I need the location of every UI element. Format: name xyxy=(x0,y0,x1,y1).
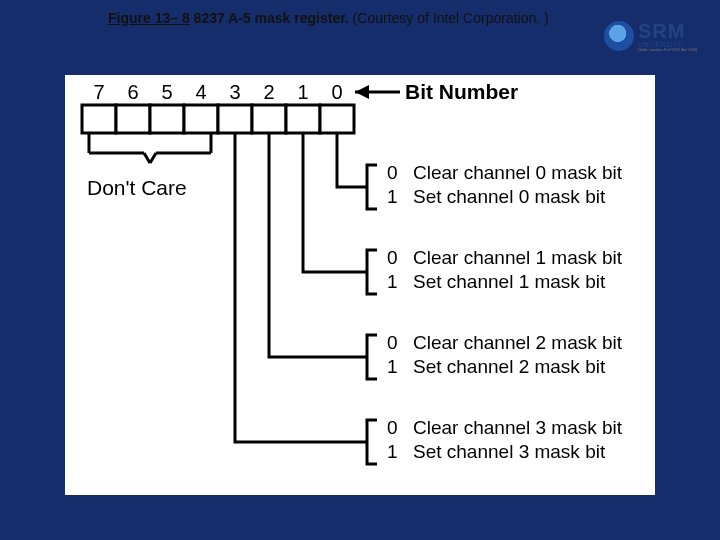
figure-attribution: (Courtesy of Intel Corporation. ) xyxy=(349,10,549,26)
svg-rect-2 xyxy=(82,105,116,133)
group-0-row-1-val: 1 xyxy=(387,186,398,207)
svg-rect-4 xyxy=(150,105,184,133)
group-2-row-0-val: 0 xyxy=(387,332,398,353)
figure-label: Figure 13– 8 xyxy=(108,10,190,26)
register-cells xyxy=(82,105,354,133)
bit-numbers-row: 7 6 5 4 3 2 1 0 xyxy=(93,81,342,103)
group-2-row-1-text: Set channel 2 mask bit xyxy=(413,356,606,377)
group-0: 0 Clear channel 0 mask bit 1 Set channel… xyxy=(387,162,623,207)
svg-line-15 xyxy=(150,153,156,163)
logo-main-text: SRM xyxy=(638,21,697,41)
svg-rect-5 xyxy=(184,105,218,133)
group-1-row-1-val: 1 xyxy=(387,271,398,292)
group-0-row-1-text: Set channel 0 mask bit xyxy=(413,186,606,207)
bit-number-2: 2 xyxy=(263,81,274,103)
bit-number-pointer: Bit Number xyxy=(355,80,518,103)
group-1-row-0-text: Clear channel 1 mask bit xyxy=(413,247,623,268)
figure-title: 8237 A-5 mask register. xyxy=(190,10,349,26)
svg-line-14 xyxy=(144,153,150,163)
group-1-row-1-text: Set channel 1 mask bit xyxy=(413,271,606,292)
bit-number-label: Bit Number xyxy=(405,80,518,103)
dont-care-label: Don't Care xyxy=(87,176,187,199)
group-3-row-0-text: Clear channel 3 mask bit xyxy=(413,417,623,438)
bit-number-7: 7 xyxy=(93,81,104,103)
svg-rect-7 xyxy=(252,105,286,133)
group-3-row-0-val: 0 xyxy=(387,417,398,438)
group-1-row-0-val: 0 xyxy=(387,247,398,268)
group-2-row-1-val: 1 xyxy=(387,356,398,377)
svg-rect-9 xyxy=(320,105,354,133)
dont-care-brace xyxy=(89,133,211,163)
logo-micro-text: Under section 3 of UGC Act 1956 xyxy=(638,48,697,52)
group-3-row-1-text: Set channel 3 mask bit xyxy=(413,441,606,462)
bit-number-5: 5 xyxy=(161,81,172,103)
bit-number-1: 1 xyxy=(297,81,308,103)
group-brackets xyxy=(367,165,377,464)
group-0-row-0-val: 0 xyxy=(387,162,398,183)
svg-marker-1 xyxy=(355,85,369,99)
bit-number-3: 3 xyxy=(229,81,240,103)
group-3: 0 Clear channel 3 mask bit 1 Set channel… xyxy=(387,417,623,462)
bit-number-4: 4 xyxy=(195,81,206,103)
group-1: 0 Clear channel 1 mask bit 1 Set channel… xyxy=(387,247,623,292)
bit-number-0: 0 xyxy=(331,81,342,103)
group-2-row-0-text: Clear channel 2 mask bit xyxy=(413,332,623,353)
register-diagram: 7 6 5 4 3 2 1 0 Bit Number Don't Care xyxy=(65,75,655,495)
svg-rect-6 xyxy=(218,105,252,133)
logo-seal-icon xyxy=(604,21,634,51)
figure-caption: Figure 13– 8 8237 A-5 mask register. (Co… xyxy=(108,10,549,26)
university-logo: SRM UNIVERSITY Under section 3 of UGC Ac… xyxy=(604,14,712,58)
group-2: 0 Clear channel 2 mask bit 1 Set channel… xyxy=(387,332,623,377)
svg-rect-8 xyxy=(286,105,320,133)
svg-rect-3 xyxy=(116,105,150,133)
group-0-row-0-text: Clear channel 0 mask bit xyxy=(413,162,623,183)
bit-number-6: 6 xyxy=(127,81,138,103)
routing-lines xyxy=(235,133,367,442)
group-3-row-1-val: 1 xyxy=(387,441,398,462)
